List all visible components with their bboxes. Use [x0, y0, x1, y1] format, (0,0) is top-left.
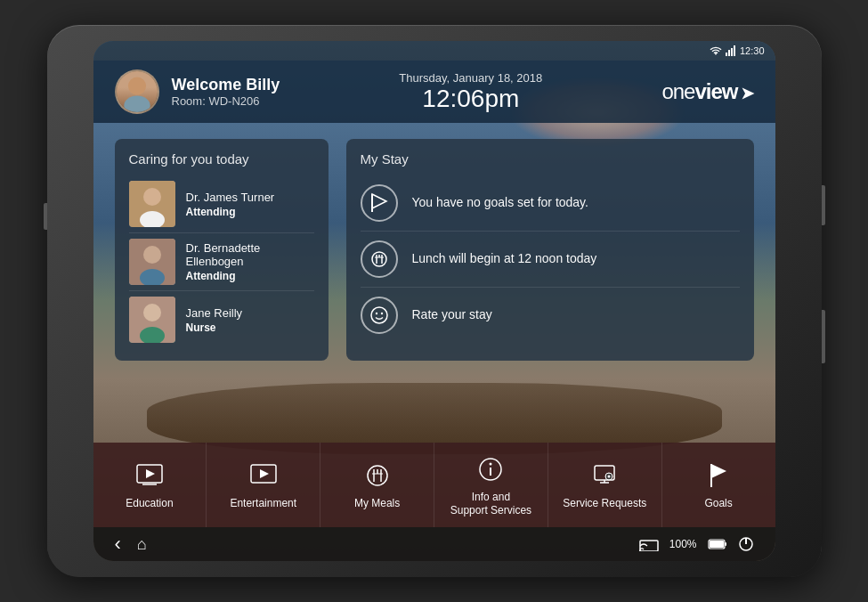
home-button[interactable]	[822, 310, 825, 363]
status-icons: 12:30	[710, 45, 765, 56]
svg-point-24	[380, 313, 382, 314]
header-user-info: Welcome Billy Room: WD-N206	[115, 69, 280, 114]
goals-flag-icon	[705, 462, 732, 489]
nav-service[interactable]: Service Requests	[548, 443, 662, 527]
tablet-device: 12:30 Welcome Billy	[47, 25, 822, 577]
staff-info-3: Jane Reilly Nurse	[186, 306, 314, 334]
meals-icon	[361, 240, 398, 278]
back-button[interactable]: ‹	[115, 533, 121, 556]
svg-marker-29	[260, 469, 269, 478]
avatar	[115, 69, 159, 114]
svg-rect-3	[734, 45, 735, 56]
svg-point-30	[368, 466, 387, 485]
logo-arrow: ➤	[737, 85, 753, 102]
smiley-icon	[369, 305, 390, 326]
service-label: Service Requests	[563, 497, 646, 509]
cast-icon[interactable]	[639, 537, 659, 551]
staff-item-1[interactable]: Dr. James Turner Attending	[129, 175, 314, 233]
info-circle-icon	[477, 456, 504, 483]
mystay-item-goals[interactable]: You have no goals set for today.	[361, 175, 740, 232]
staff-photo-1	[129, 181, 175, 227]
svg-point-50	[639, 550, 642, 552]
welcome-info: Welcome Billy Room: WD-N206	[172, 76, 280, 108]
mystay-item-meals[interactable]: Lunch will begin at 12 noon today	[361, 232, 740, 288]
logo-one: one	[661, 79, 694, 103]
svg-point-17	[372, 252, 386, 266]
education-icon	[134, 460, 166, 492]
header-date: Thursday, January 18, 2018	[399, 71, 542, 85]
power-icon[interactable]	[738, 536, 754, 552]
dr-turner-avatar	[129, 181, 175, 227]
svg-point-23	[375, 313, 377, 314]
mystay-item-rate[interactable]: Rate your stay	[361, 288, 740, 343]
service-icon	[588, 460, 621, 492]
svg-point-7	[143, 188, 161, 206]
staff-role-2: Attending	[186, 270, 314, 282]
caring-card-title: Caring for you today	[129, 151, 314, 167]
monitor-gear-icon	[591, 462, 618, 489]
staff-photo-2	[129, 239, 175, 285]
svg-point-22	[371, 307, 387, 323]
oneview-logo: oneview ➤	[661, 79, 753, 104]
goals-text: You have no goals set for today.	[412, 194, 588, 212]
dining-icon	[369, 248, 390, 270]
nav-goals-icon	[702, 460, 734, 492]
svg-marker-48	[711, 464, 726, 478]
rate-icon	[361, 297, 398, 334]
mystay-card: My Stay You have no goals set for today.	[346, 139, 754, 361]
status-time: 12:30	[740, 45, 765, 56]
user-avatar-svg	[117, 69, 158, 114]
welcome-name: Welcome Billy	[172, 76, 280, 94]
dr-ellenbogen-avatar	[129, 239, 175, 285]
svg-point-36	[490, 463, 492, 466]
battery-icon	[708, 539, 727, 549]
header: Welcome Billy Room: WD-N206 Thursday, Ja…	[93, 61, 775, 123]
nav-entertainment[interactable]: Entertainment	[207, 443, 320, 527]
wifi-icon	[710, 46, 722, 56]
entertainment-icon	[247, 460, 280, 492]
staff-name-2: Dr. Bernadette Ellenbogen	[186, 241, 314, 268]
logo-view: view	[694, 79, 737, 103]
footer-nav-buttons: ‹ ⌂	[115, 533, 147, 556]
entertainment-label: Entertainment	[230, 497, 296, 509]
nurse-reilly-avatar	[129, 297, 175, 343]
svg-marker-26	[146, 469, 155, 478]
footer-status: 100%	[639, 536, 754, 552]
room-number: Room: WD-N206	[172, 94, 280, 108]
volume-button-top[interactable]	[822, 185, 825, 225]
education-label: Education	[126, 497, 173, 509]
status-bar: 12:30	[93, 41, 775, 61]
svg-point-42	[608, 476, 611, 478]
staff-item-3[interactable]: Jane Reilly Nurse	[129, 291, 314, 348]
info-label: Info andSupport Services	[450, 491, 531, 517]
staff-info-1: Dr. James Turner Attending	[186, 191, 314, 218]
goals-icon	[361, 184, 398, 222]
header-time: 12:06pm	[399, 85, 542, 113]
rate-text: Rate your stay	[412, 306, 492, 324]
svg-rect-2	[731, 48, 733, 56]
meals-text: Lunch will begin at 12 noon today	[412, 250, 597, 268]
signal-icon	[726, 45, 736, 56]
staff-name-1: Dr. James Turner	[186, 191, 314, 204]
info-icon	[475, 453, 507, 485]
nav-goals[interactable]: Goals	[662, 443, 775, 527]
nav-meals[interactable]: My Meals	[320, 443, 434, 527]
home-button-footer[interactable]: ⌂	[137, 535, 147, 554]
meals-label: My Meals	[354, 497, 400, 509]
svg-point-5	[124, 96, 150, 114]
nav-education[interactable]: Education	[93, 443, 207, 527]
staff-item-2[interactable]: Dr. Bernadette Ellenbogen Attending	[129, 233, 314, 291]
nav-info[interactable]: Info andSupport Services	[434, 443, 548, 527]
svg-rect-53	[725, 542, 726, 546]
svg-rect-0	[726, 53, 727, 56]
caring-card: Caring for you today Dr. James Turner	[115, 139, 329, 361]
goals-nav-label: Goals	[704, 497, 732, 509]
flag-icon	[369, 192, 390, 214]
svg-rect-52	[710, 541, 724, 548]
staff-role-1: Attending	[186, 206, 314, 218]
mystay-title: My Stay	[361, 151, 740, 167]
entertainment-play-icon	[249, 463, 278, 488]
bottom-nav: Education Entertainment	[93, 443, 775, 527]
footer-bar: ‹ ⌂ 100%	[93, 527, 775, 561]
nav-meals-icon	[361, 460, 393, 492]
